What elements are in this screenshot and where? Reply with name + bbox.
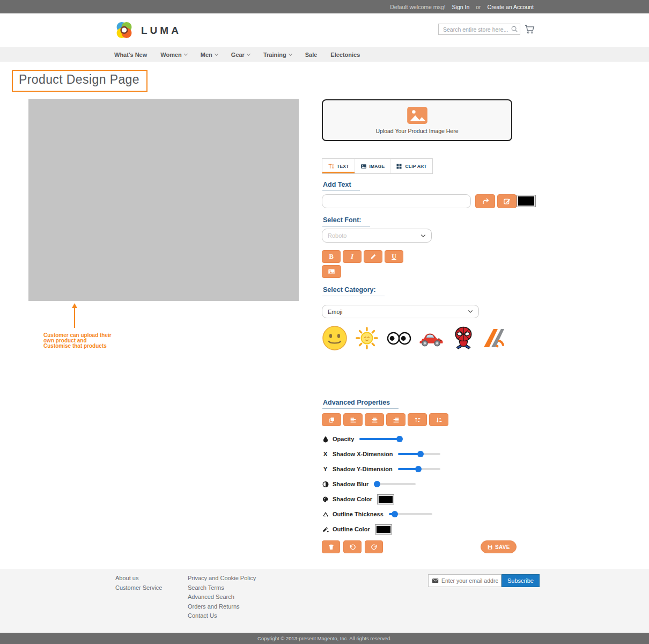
trash-button[interactable]	[322, 540, 340, 553]
add-image-button[interactable]	[322, 265, 341, 278]
category-select-value: Emoji	[328, 309, 343, 315]
chevron-down-icon	[247, 52, 250, 55]
sort-amount-up-button[interactable]	[408, 413, 427, 426]
align-left-button[interactable]	[343, 413, 363, 426]
subscribe-button[interactable]: Subscribe	[502, 574, 540, 587]
slider-thumb[interactable]	[415, 466, 422, 472]
sign-in-link[interactable]: Sign In	[452, 4, 470, 10]
image-tab-icon	[360, 163, 367, 170]
footer-link-privacy-and-cookie-policy[interactable]: Privacy and Cookie Policy	[188, 575, 256, 582]
droplet-icon	[322, 436, 329, 443]
property-label: Shadow Color	[333, 496, 372, 502]
chevron-down-icon	[184, 52, 188, 55]
tab-label: CLIP ART	[405, 164, 426, 169]
search-input[interactable]	[438, 24, 520, 35]
tab-image[interactable]: IMAGE	[355, 159, 391, 173]
nav-item-label: Sale	[305, 52, 318, 58]
sun-emoji[interactable]	[354, 325, 380, 351]
footer: About usCustomer Service Privacy and Coo…	[0, 569, 649, 633]
category-select[interactable]: Emoji	[322, 305, 479, 318]
bold-button[interactable]: B	[322, 250, 341, 263]
property-label: Opacity	[333, 436, 354, 442]
or-text: or	[476, 4, 481, 10]
smiley-emoji[interactable]	[322, 325, 348, 351]
newsletter-email-input[interactable]	[441, 577, 498, 584]
cart-icon[interactable]	[525, 24, 535, 34]
color-swatch[interactable]	[375, 525, 392, 534]
italic-button[interactable]: I	[343, 250, 362, 263]
nav-item-label: Men	[201, 52, 212, 58]
slider-shadow-x[interactable]	[398, 453, 440, 455]
brand-home-link[interactable]: LUMA	[114, 20, 181, 40]
footer-link-search-terms[interactable]: Search Terms	[188, 584, 256, 591]
add-text-button[interactable]	[475, 194, 495, 208]
main-nav: What's NewWomenMenGearTrainingSaleElecto…	[0, 47, 649, 62]
nav-item-training[interactable]: Training	[263, 52, 292, 58]
slider-shadow-blur[interactable]	[374, 483, 416, 485]
draw-button[interactable]	[364, 250, 382, 263]
redo-button[interactable]	[365, 540, 383, 553]
footer-links-secondary: Privacy and Cookie PolicySearch TermsAdv…	[188, 575, 256, 619]
text-input[interactable]	[322, 194, 471, 208]
property-shadow-color: Shadow Color	[322, 492, 472, 507]
upload-dropzone[interactable]: Upload Your Product Image Here	[322, 99, 512, 141]
slider-thumb[interactable]	[396, 436, 403, 442]
nav-item-men[interactable]: Men	[201, 52, 218, 58]
nav-item-gear[interactable]: Gear	[231, 52, 250, 58]
text-color-swatch[interactable]	[517, 195, 535, 207]
font-select[interactable]: Roboto	[322, 229, 432, 243]
nav-item-sale[interactable]: Sale	[305, 52, 318, 58]
brand-logo[interactable]	[483, 325, 508, 351]
footer-link-about-us[interactable]: About us	[115, 575, 162, 582]
slider-shadow-y[interactable]	[398, 468, 440, 470]
footer-link-advanced-search[interactable]: Advanced Search	[188, 594, 256, 601]
upload-caption: Upload Your Product Image Here	[375, 128, 458, 134]
undo-button[interactable]	[343, 540, 362, 553]
search-icon[interactable]	[511, 25, 518, 33]
edit-icon	[503, 197, 511, 205]
tab-clip-art[interactable]: CLIP ART	[390, 159, 432, 173]
page: Default welcome msg! Sign In or Create a…	[0, 0, 649, 644]
property-shadow-blur: Shadow Blur	[322, 477, 472, 492]
clone-button[interactable]	[322, 413, 341, 426]
slider-thumb[interactable]	[374, 481, 380, 487]
footer-link-orders-and-returns[interactable]: Orders and Returns	[188, 603, 256, 610]
slider-opacity[interactable]	[359, 438, 400, 440]
clone-icon	[328, 416, 335, 423]
align-center-button[interactable]	[365, 413, 384, 426]
slider-outline-thickness[interactable]	[389, 513, 432, 515]
property-label: Shadow Y-Dimension	[333, 466, 393, 472]
designer-tabs: TEXTIMAGECLIP ART	[322, 158, 433, 174]
design-canvas[interactable]	[28, 99, 299, 301]
subscribe-label: Subscribe	[507, 577, 534, 584]
property-label: Shadow Blur	[333, 481, 368, 487]
save-button[interactable]: SAVE	[481, 540, 517, 553]
action-buttons	[322, 540, 383, 553]
create-account-link[interactable]: Create an Account	[488, 4, 534, 10]
annotation-arrow-icon	[71, 303, 78, 328]
underline-button[interactable]: U	[385, 250, 403, 263]
nav-item-label: Gear	[231, 52, 245, 58]
edit-text-button[interactable]	[497, 194, 517, 208]
car-emoji[interactable]	[418, 325, 444, 351]
align-right-button[interactable]	[386, 413, 405, 426]
tab-text[interactable]: TEXT	[322, 159, 355, 173]
nav-item-electonics[interactable]: Electonics	[330, 52, 360, 58]
property-shadow-x: XShadow X-Dimension	[322, 447, 472, 462]
footer-link-customer-service[interactable]: Customer Service	[115, 584, 162, 591]
property-outline-color: Outline Color	[322, 522, 472, 537]
slider-thumb[interactable]	[392, 511, 398, 517]
sort-amount-down-icon	[436, 416, 442, 423]
color-swatch[interactable]	[378, 495, 394, 504]
footer-link-contact-us[interactable]: Contact Us	[188, 612, 256, 619]
slider-thumb[interactable]	[417, 451, 424, 457]
spiderman-emoji[interactable]	[451, 325, 476, 351]
googly-eyes-emoji[interactable]	[386, 325, 412, 351]
chevron-down-icon	[215, 52, 218, 55]
select-category-heading: Select Category:	[322, 286, 385, 296]
property-label: Outline Color	[333, 526, 370, 532]
sort-amount-down-button[interactable]	[429, 413, 448, 426]
nav-item-label: What's New	[114, 52, 147, 58]
nav-item-women[interactable]: Women	[160, 52, 187, 58]
nav-item-what-s-new[interactable]: What's New	[114, 52, 147, 58]
